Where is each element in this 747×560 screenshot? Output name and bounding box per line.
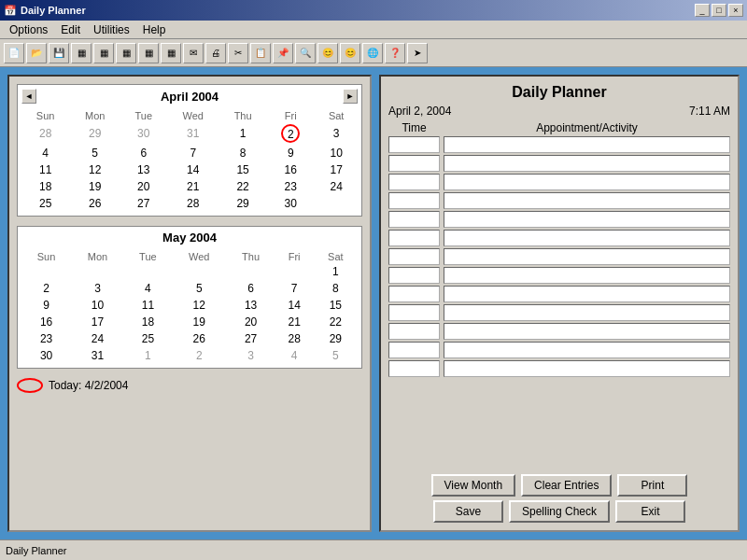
may-day[interactable]: 5: [172, 280, 227, 297]
menu-edit[interactable]: Edit: [55, 22, 86, 37]
april-day[interactable]: 27: [120, 195, 166, 212]
april-day[interactable]: 8: [219, 145, 266, 161]
appointment-input[interactable]: [444, 230, 730, 246]
save-button[interactable]: Save: [433, 500, 503, 523]
may-day[interactable]: 19: [172, 314, 227, 330]
april-day[interactable]: 16: [266, 161, 315, 178]
appointment-input[interactable]: [444, 192, 730, 209]
may-day[interactable]: 7: [275, 280, 314, 297]
may-day[interactable]: 9: [21, 297, 71, 314]
toolbar-btn13[interactable]: 📌: [273, 43, 293, 63]
toolbar-btn11[interactable]: ✂: [228, 43, 248, 63]
appointment-input[interactable]: [444, 304, 730, 321]
april-day[interactable]: 13: [120, 161, 166, 178]
may-day[interactable]: 4: [275, 347, 314, 364]
april-day[interactable]: 6: [120, 145, 166, 161]
april-day[interactable]: 28: [21, 122, 69, 145]
view-month-button[interactable]: View Month: [431, 474, 515, 497]
maximize-button[interactable]: □: [712, 4, 726, 17]
appointment-input[interactable]: [444, 136, 730, 153]
time-input[interactable]: [388, 136, 440, 153]
may-day[interactable]: 30: [21, 347, 71, 364]
april-day[interactable]: 19: [69, 178, 120, 195]
may-day[interactable]: 20: [227, 314, 275, 330]
may-day[interactable]: 2: [21, 280, 71, 297]
may-day[interactable]: 5: [314, 347, 358, 364]
clear-entries-button[interactable]: Clear Entries: [521, 474, 612, 497]
appointment-input[interactable]: [444, 360, 730, 377]
april-day[interactable]: 7: [166, 145, 219, 161]
toolbar-btn12[interactable]: 📋: [250, 43, 271, 63]
minimize-button[interactable]: _: [695, 4, 710, 17]
may-day[interactable]: 8: [314, 280, 358, 297]
exit-button[interactable]: Exit: [615, 500, 685, 523]
april-day[interactable]: 30: [120, 122, 166, 145]
may-day[interactable]: 1: [124, 347, 172, 364]
may-day[interactable]: 31: [71, 347, 124, 364]
toolbar-btn9[interactable]: ✉: [183, 43, 204, 63]
may-day[interactable]: 6: [227, 280, 275, 297]
april-prev-button[interactable]: ◄: [21, 89, 36, 104]
time-input[interactable]: [388, 248, 440, 265]
may-day[interactable]: 1: [314, 263, 358, 280]
april-day[interactable]: 3: [315, 122, 358, 145]
april-day[interactable]: 20: [120, 178, 166, 195]
appointment-input[interactable]: [444, 342, 730, 358]
april-day[interactable]: 17: [315, 161, 358, 178]
toolbar-btn16[interactable]: 😊: [340, 43, 360, 63]
may-day[interactable]: 13: [227, 297, 275, 314]
april-day[interactable]: 11: [21, 161, 69, 178]
toolbar-btn8[interactable]: ▦: [161, 43, 181, 63]
menu-options[interactable]: Options: [4, 22, 53, 37]
april-day[interactable]: 22: [219, 178, 266, 195]
april-day[interactable]: 28: [166, 195, 219, 212]
april-day[interactable]: 9: [266, 145, 315, 161]
toolbar-save[interactable]: 💾: [49, 43, 69, 63]
toolbar-btn6[interactable]: ▦: [116, 43, 136, 63]
toolbar-btn15[interactable]: 😊: [317, 43, 338, 63]
may-day[interactable]: 2: [172, 347, 227, 364]
time-input[interactable]: [388, 360, 440, 377]
april-day[interactable]: 18: [21, 178, 69, 195]
time-input[interactable]: [388, 304, 440, 321]
toolbar-new[interactable]: 📄: [4, 43, 24, 63]
may-day[interactable]: 23: [21, 330, 71, 347]
time-input[interactable]: [388, 267, 440, 284]
april-day[interactable]: 23: [266, 178, 315, 195]
toolbar-btn5[interactable]: ▦: [93, 43, 114, 63]
may-day[interactable]: 10: [71, 297, 124, 314]
april-day[interactable]: 5: [69, 145, 120, 161]
april-day[interactable]: 14: [166, 161, 219, 178]
time-input[interactable]: [388, 192, 440, 209]
april-day[interactable]: 12: [69, 161, 120, 178]
time-input[interactable]: [388, 230, 440, 246]
april-day[interactable]: 10: [315, 145, 358, 161]
april-day[interactable]: 26: [69, 195, 120, 212]
may-day[interactable]: 29: [314, 330, 358, 347]
toolbar-btn18[interactable]: ❓: [385, 43, 405, 63]
may-day[interactable]: 25: [124, 330, 172, 347]
toolbar-btn19[interactable]: ➤: [407, 43, 428, 63]
time-input[interactable]: [388, 286, 440, 302]
may-day[interactable]: 12: [172, 297, 227, 314]
april-next-button[interactable]: ►: [343, 89, 358, 104]
april-day[interactable]: 31: [166, 122, 219, 145]
may-day[interactable]: 28: [275, 330, 314, 347]
may-day[interactable]: 21: [275, 314, 314, 330]
time-input[interactable]: [388, 174, 440, 190]
april-day[interactable]: 15: [219, 161, 266, 178]
may-day[interactable]: 3: [227, 347, 275, 364]
may-day[interactable]: 4: [124, 280, 172, 297]
appointment-input[interactable]: [444, 174, 730, 190]
time-input[interactable]: [388, 211, 440, 228]
april-day[interactable]: 25: [21, 195, 69, 212]
time-input[interactable]: [388, 323, 440, 340]
appointment-input[interactable]: [444, 286, 730, 302]
april-day[interactable]: 30: [266, 195, 315, 212]
spelling-check-button[interactable]: Spelling Check: [509, 500, 610, 523]
april-day[interactable]: 29: [69, 122, 120, 145]
may-day[interactable]: 16: [21, 314, 71, 330]
print-button[interactable]: Print: [617, 474, 687, 497]
april-day[interactable]: 1: [219, 122, 266, 145]
toolbar-btn14[interactable]: 🔍: [295, 43, 316, 63]
